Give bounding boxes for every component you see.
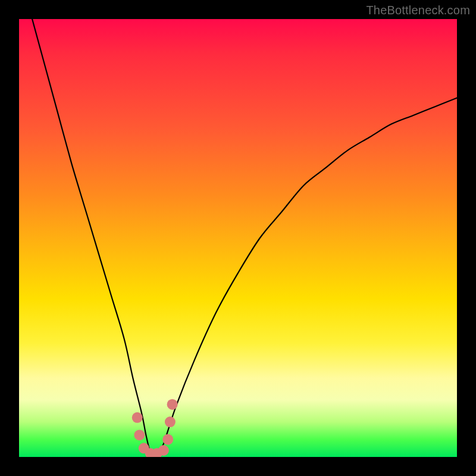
curve-marker: [132, 412, 143, 423]
curve-markers: [132, 399, 178, 457]
curve-marker: [165, 416, 176, 427]
curve-marker: [167, 399, 178, 410]
curve-layer: [19, 19, 457, 457]
watermark-text: TheBottleneck.com: [366, 4, 470, 17]
curve-marker: [158, 445, 169, 456]
bottleneck-curve: [32, 19, 457, 457]
chart-plot-area: [19, 19, 457, 457]
curve-marker: [162, 434, 173, 445]
curve-marker: [134, 430, 145, 440]
chart-frame: TheBottleneck.com: [0, 0, 476, 476]
